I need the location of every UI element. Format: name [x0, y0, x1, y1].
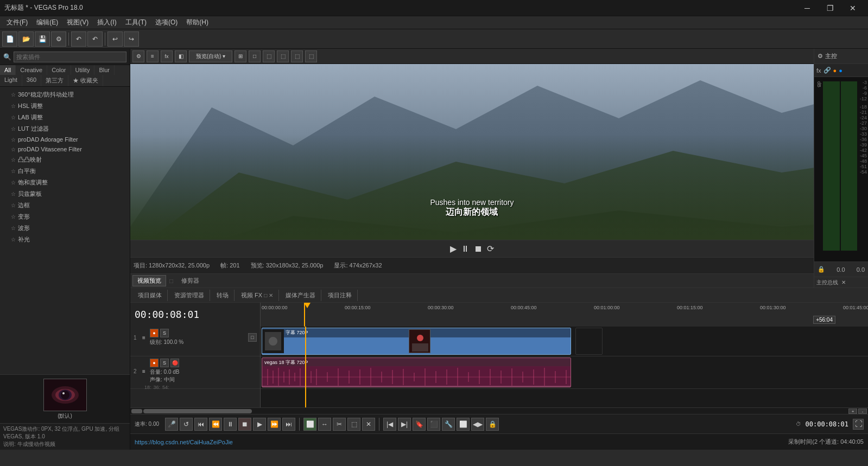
fx-tab-creative[interactable]: Creative: [16, 65, 47, 75]
cmd-btn-3[interactable]: ◀▶: [471, 418, 484, 431]
fx-search-input[interactable]: [14, 52, 126, 62]
toolbar-btn-5[interactable]: ↶: [71, 31, 86, 47]
menu-options[interactable]: 选项(O): [151, 17, 182, 28]
next-frame-btn[interactable]: ⏩: [268, 418, 281, 431]
fx-item-2[interactable]: ☆HSL 调整: [0, 100, 130, 112]
menu-view[interactable]: 视图(V): [62, 17, 93, 28]
fx-item-1[interactable]: ☆360°稳定/防抖动处理: [0, 89, 130, 100]
preview-split-btn[interactable]: ◧: [175, 50, 187, 62]
fx-tab-blur[interactable]: Blur: [94, 65, 115, 75]
preview-btn-7[interactable]: □: [249, 50, 261, 62]
track-expand-btn[interactable]: □: [248, 333, 257, 342]
region-btn[interactable]: ⬛: [427, 418, 440, 431]
menu-insert[interactable]: 插入(I): [93, 17, 121, 28]
preview-btn-11[interactable]: ⬚: [305, 50, 317, 62]
pause-btn[interactable]: ⏸: [224, 418, 237, 431]
toolbar-save[interactable]: 💾: [35, 31, 50, 47]
fx-tab-thirdparty[interactable]: 第三方: [41, 75, 68, 86]
mixer-close-btn[interactable]: ✕: [841, 279, 846, 285]
select-tool[interactable]: ⬜: [303, 418, 316, 431]
cmd-btn[interactable]: 🔧: [442, 418, 455, 431]
fx-tab-all[interactable]: All: [0, 65, 16, 75]
preview-btn-10[interactable]: ⬚: [291, 50, 303, 62]
tool-3[interactable]: ✂: [333, 418, 346, 431]
mixer-lock-icon[interactable]: 🔒: [818, 266, 825, 273]
goto-end-btn[interactable]: ⏭: [282, 418, 295, 431]
snap-btn-2[interactable]: ▶|: [398, 418, 411, 431]
stop-button[interactable]: ⏹: [474, 244, 483, 254]
track-menu-icon-2[interactable]: ≡: [142, 368, 148, 374]
fx-item-7[interactable]: ☆凸凸映射: [0, 154, 130, 165]
preview-btn-9[interactable]: ⬚: [277, 50, 289, 62]
timeline-scrollbar[interactable]: + -: [130, 407, 868, 414]
toolbar-redo[interactable]: ↪: [124, 31, 139, 47]
mic-btn[interactable]: 🎤: [165, 418, 178, 431]
lock-btn[interactable]: 🔒: [486, 418, 499, 431]
fx-item-8[interactable]: ☆白平衡: [0, 165, 130, 177]
goto-start-btn[interactable]: ⏮: [194, 418, 207, 431]
fx-item-13[interactable]: ☆波形: [0, 222, 130, 234]
tab-resource-manager[interactable]: 资源管理器: [169, 290, 210, 301]
scroll-thumb[interactable]: [143, 409, 252, 413]
track-solo-btn[interactable]: S: [160, 329, 169, 337]
marker-btn[interactable]: 🔖: [413, 418, 426, 431]
scroll-left-btn[interactable]: [131, 409, 142, 413]
loop-button[interactable]: ⟳: [487, 244, 494, 254]
tab-project-media[interactable]: 项目媒体: [132, 290, 168, 301]
mixer-chain-icon[interactable]: 🔗: [823, 67, 831, 74]
prev-frame-btn[interactable]: ⏪: [209, 418, 222, 431]
pause-button[interactable]: ⏸: [461, 244, 470, 254]
tool-5[interactable]: ✕: [362, 418, 375, 431]
tab-video-fx[interactable]: 视频 FX □ ✕: [236, 290, 279, 301]
track-mute-btn-2[interactable]: ●: [150, 359, 159, 367]
stop-btn[interactable]: ⏹: [238, 418, 251, 431]
preview-settings-btn[interactable]: ⚙: [132, 50, 144, 62]
fx-item-14[interactable]: ☆补光: [0, 234, 130, 245]
fx-item-3[interactable]: ☆LAB 调整: [0, 112, 130, 123]
fx-item-10[interactable]: ☆贝兹蒙板: [0, 188, 130, 200]
menu-file[interactable]: 文件(F): [2, 17, 32, 28]
toolbar-open[interactable]: 📂: [18, 31, 34, 47]
mixer-settings-icon[interactable]: ⚙: [818, 53, 823, 60]
tab-trimmer[interactable]: 修剪器: [176, 275, 204, 286]
track-record-btn[interactable]: 🔴: [170, 359, 179, 367]
scroll-zoom-in[interactable]: +: [848, 408, 857, 414]
menu-edit[interactable]: 编辑(E): [32, 17, 62, 28]
fx-item-5[interactable]: ☆proDAD Adorage Filter: [0, 135, 130, 144]
fx-item-12[interactable]: ☆变形: [0, 211, 130, 222]
track-mute-btn[interactable]: ●: [150, 329, 159, 337]
timeline-ruler[interactable]: 00:00:00:00 00:00:15:00 00:00:30:00 00:0…: [261, 303, 868, 327]
black-clip[interactable]: [575, 328, 603, 355]
preview-auto-dropdown[interactable]: 预览(自动) ▾: [189, 50, 232, 62]
menu-help[interactable]: 帮助(H): [182, 17, 213, 28]
close-button[interactable]: ✕: [842, 1, 864, 16]
menu-tools[interactable]: 工具(T): [121, 17, 151, 28]
fx-item-11[interactable]: ☆边框: [0, 200, 130, 211]
toolbar-new[interactable]: 📄: [2, 31, 17, 47]
preview-menu-btn[interactable]: ≡: [147, 50, 159, 62]
tool-4[interactable]: ⬚: [347, 418, 360, 431]
fx-tab-utility[interactable]: Utility: [71, 65, 95, 75]
fx-item-4[interactable]: ☆LUT 过滤器: [0, 123, 130, 135]
cmd-btn-2[interactable]: ⬜: [457, 418, 470, 431]
scroll-zoom-out[interactable]: -: [858, 408, 867, 414]
track-solo-btn-2[interactable]: S: [160, 359, 169, 367]
fx-item-9[interactable]: ☆饱和度调整: [0, 177, 130, 188]
play-btn[interactable]: ▶: [253, 418, 266, 431]
video-clip[interactable]: vegas 18 字幕 720P: [262, 328, 571, 355]
toolbar-undo[interactable]: ↩: [107, 31, 123, 47]
tab-transitions[interactable]: 转场: [211, 290, 235, 301]
toolbar-properties[interactable]: ⚙: [51, 31, 66, 47]
snap-btn[interactable]: |◀: [383, 418, 396, 431]
toolbar-btn-6[interactable]: ↶: [87, 31, 103, 47]
fullscreen-btn[interactable]: ⛶: [853, 419, 864, 430]
preview-btn-8[interactable]: ⬚: [263, 50, 275, 62]
fx-tab-color[interactable]: Color: [47, 65, 71, 75]
audio-clip[interactable]: vegas 18 字幕 720P: [262, 358, 571, 387]
play-button[interactable]: ▶: [450, 244, 457, 254]
track-menu-icon[interactable]: ≡: [142, 335, 148, 341]
fx-item-6[interactable]: ☆proDAD Vitascene Filter: [0, 144, 130, 154]
loop-btn[interactable]: ↺: [180, 418, 193, 431]
preview-grid-btn[interactable]: ⊞: [235, 50, 246, 62]
tool-2[interactable]: ↔: [318, 418, 331, 431]
